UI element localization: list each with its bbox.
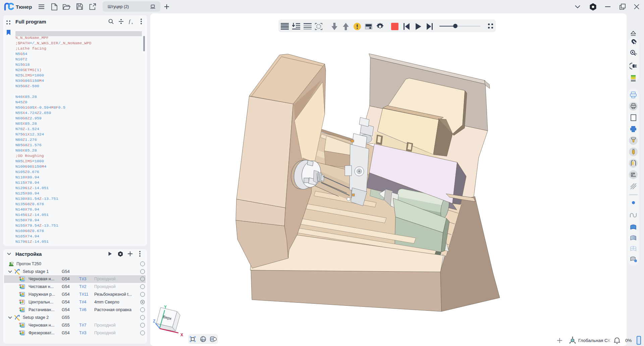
svg-text:Y: Y [164,305,167,309]
svg-text:Z: Z [153,319,155,324]
svg-text:X: X [180,333,183,337]
